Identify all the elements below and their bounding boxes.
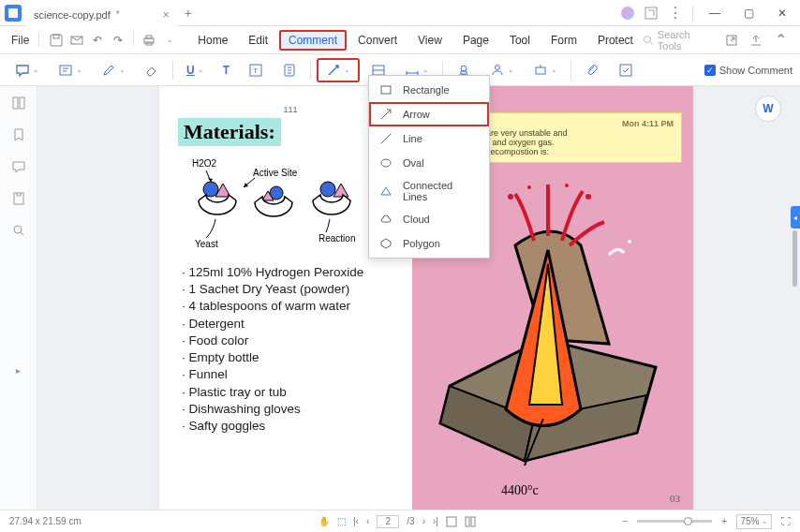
shape-arrow[interactable]: Arrow <box>369 102 489 126</box>
page-input[interactable]: 2 <box>377 515 399 528</box>
shape-oval[interactable]: Oval <box>369 151 489 175</box>
cloud-profile-icon[interactable] <box>621 7 634 20</box>
fullscreen-icon[interactable]: ⛶ <box>781 516 791 526</box>
prev-page-icon[interactable]: ‹ <box>366 516 369 526</box>
connected-lines-icon <box>378 184 393 199</box>
zoom-out-icon[interactable]: − <box>622 516 628 526</box>
comment-panel-icon[interactable] <box>9 157 28 176</box>
upload-icon[interactable] <box>748 32 764 49</box>
area-highlight-tool[interactable]: T <box>241 60 271 81</box>
menubar: File ↶ ↷ ⌄ Home Edit Comment Convert Vie… <box>0 26 800 54</box>
right-panel-expand[interactable]: ◂ <box>791 206 800 229</box>
menu-home[interactable]: Home <box>188 30 237 51</box>
list-item: · Dishwashing gloves <box>178 401 403 418</box>
menu-edit[interactable]: Edit <box>239 30 277 51</box>
close-tab-icon[interactable]: × <box>163 8 170 22</box>
svg-rect-17 <box>620 65 631 76</box>
menu-tool[interactable]: Tool <box>500 30 540 51</box>
show-comment-toggle[interactable]: ✓ Show Comment <box>704 65 793 76</box>
shape-rectangle[interactable]: Rectangle <box>369 78 489 102</box>
document-tab[interactable]: science-copy.pdf * × <box>26 4 177 26</box>
stamp-custom-tool[interactable]: ⌄ <box>526 60 565 81</box>
list-item: · Plastic tray or tub <box>178 384 403 401</box>
zoom-slider[interactable] <box>637 520 712 523</box>
svg-text:T: T <box>253 66 258 75</box>
share-icon[interactable] <box>724 32 741 49</box>
new-tab-button[interactable]: + <box>185 6 192 21</box>
svg-point-14 <box>461 66 467 71</box>
reading-mode-icon[interactable] <box>465 516 476 527</box>
redo-icon[interactable]: ↷ <box>109 31 127 50</box>
tab-title: science-copy.pdf <box>34 9 111 21</box>
main-menu: Home Edit Comment Convert View Page Tool… <box>188 30 643 51</box>
text-tool[interactable]: T <box>215 61 237 80</box>
underline-tool[interactable]: U⌄ <box>179 61 212 80</box>
print-dropdown-icon[interactable]: ⌄ <box>160 31 179 50</box>
next-page-icon[interactable]: › <box>422 516 425 526</box>
titlebar: science-copy.pdf * × + ⋮ — ▢ ✕ <box>0 0 800 26</box>
svg-rect-34 <box>471 517 475 526</box>
attach-tool[interactable] <box>577 60 607 81</box>
shape-line[interactable]: Line <box>369 126 489 151</box>
menu-view[interactable]: View <box>408 30 452 51</box>
menu-protect[interactable]: Protect <box>588 30 643 51</box>
attachment-panel-icon[interactable] <box>9 189 28 208</box>
minimize-button[interactable]: — <box>703 1 727 25</box>
bullet-list: · 125ml 10% Hydrogen Peroxide · 1 Sachet… <box>178 264 403 435</box>
menu-comment[interactable]: Comment <box>279 30 347 51</box>
show-comment-label: Show Comment <box>719 65 793 76</box>
bookmark-icon[interactable] <box>9 126 28 144</box>
note-tool[interactable]: ⌄ <box>7 60 47 81</box>
hide-tool[interactable] <box>611 60 641 81</box>
search-placeholder: Search Tools <box>658 29 717 52</box>
left-rail: ▸ <box>0 86 37 510</box>
checkbox-icon: ✓ <box>704 65 716 76</box>
page-number-br: 03 <box>670 493 680 504</box>
svg-point-30 <box>565 184 569 187</box>
menu-form[interactable]: Form <box>541 30 586 51</box>
shapes-tool[interactable]: ⌄ <box>317 58 360 82</box>
shape-connected-lines[interactable]: Connected Lines <box>369 175 489 207</box>
text-box-tool[interactable]: ⌄ <box>51 60 90 81</box>
close-window-button[interactable]: ✕ <box>770 1 794 25</box>
zoom-value[interactable]: 75%⌄ <box>736 514 772 529</box>
fit-page-icon[interactable] <box>446 516 457 527</box>
save-icon[interactable] <box>47 31 66 50</box>
word-badge-icon[interactable]: W <box>755 96 781 122</box>
shape-cloud[interactable]: Cloud <box>369 207 489 231</box>
svg-rect-0 <box>645 7 657 19</box>
menu-page[interactable]: Page <box>453 30 498 51</box>
kebab-menu-icon[interactable]: ⋮ <box>668 6 683 21</box>
arrow-icon <box>378 107 393 122</box>
callout-tool[interactable] <box>274 60 304 81</box>
thumbnails-icon[interactable] <box>9 94 28 112</box>
polygon-icon <box>378 236 393 251</box>
list-item: · Safty goggles <box>178 418 403 435</box>
last-page-icon[interactable]: ›| <box>433 516 438 526</box>
menu-convert[interactable]: Convert <box>348 30 407 51</box>
print-icon[interactable] <box>140 31 158 50</box>
hand-tool-icon[interactable]: ✋ <box>319 516 330 526</box>
shape-polygon[interactable]: Polygon <box>369 231 489 256</box>
window-popout-icon[interactable] <box>644 6 659 21</box>
first-page-icon[interactable]: |‹ <box>353 516 359 526</box>
mail-icon[interactable] <box>67 31 86 50</box>
pencil-tool[interactable]: ⌄ <box>94 60 133 81</box>
search-panel-icon[interactable] <box>9 221 28 240</box>
rail-expand-icon[interactable]: ▸ <box>16 365 21 376</box>
search-icon <box>643 35 654 46</box>
expand-icon[interactable]: ⌃ <box>772 32 789 49</box>
label-active-site: Active Site <box>253 168 298 178</box>
select-tool-icon[interactable]: ⬚ <box>337 516 346 526</box>
line-icon <box>378 131 393 146</box>
zoom-in-icon[interactable]: + <box>721 516 727 526</box>
maximize-button[interactable]: ▢ <box>736 1 761 25</box>
file-menu[interactable]: File <box>6 34 35 47</box>
list-item: · Empty bottle <box>178 349 403 366</box>
eraser-tool[interactable] <box>137 60 167 81</box>
search-tools[interactable]: Search Tools <box>643 29 717 52</box>
scrollbar[interactable] <box>793 230 797 287</box>
undo-icon[interactable]: ↶ <box>88 31 107 50</box>
svg-point-7 <box>644 36 650 42</box>
svg-rect-1 <box>51 35 62 46</box>
